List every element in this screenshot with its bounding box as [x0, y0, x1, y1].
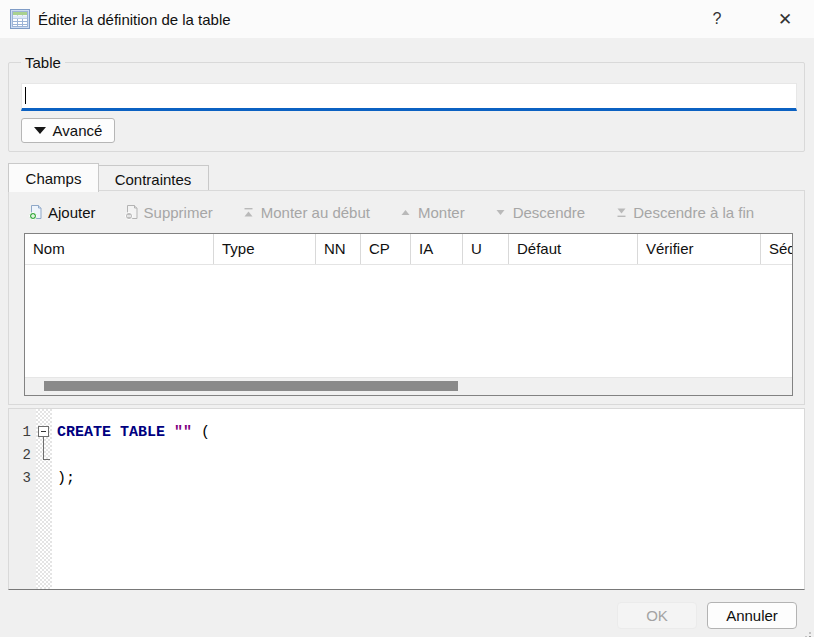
table-icon	[10, 9, 30, 29]
fields-tab-pane: AjouterSupprimerMonter au débutMonterDes…	[8, 190, 805, 405]
add-field-button[interactable]: Ajouter	[28, 204, 96, 221]
move-top-button: Monter au début	[241, 204, 370, 221]
move-bottom-label: Descendre à la fin	[633, 204, 754, 221]
advanced-button[interactable]: Avancé	[21, 118, 115, 143]
horizontal-scrollbar[interactable]	[25, 377, 792, 395]
close-button[interactable]: ✕	[764, 0, 806, 38]
move-down-label: Descendre	[513, 204, 586, 221]
sql-line-3: );	[57, 467, 804, 490]
fold-line-end	[43, 459, 50, 460]
help-button[interactable]: ?	[696, 0, 738, 38]
tab-constraints[interactable]: Contraintes	[97, 165, 209, 192]
text-caret	[25, 87, 26, 104]
sql-line-2	[57, 444, 804, 467]
table-name-input[interactable]	[21, 83, 797, 111]
sql-code: CREATE TABLE "" ();	[52, 409, 804, 589]
remove-field-button: Supprimer	[124, 204, 213, 221]
scrollbar-thumb[interactable]	[44, 381, 458, 391]
move-up-label: Monter	[418, 204, 465, 221]
column-header-nom[interactable]: Nom	[25, 234, 214, 264]
fold-margin	[36, 409, 52, 589]
column-header-u[interactable]: U	[463, 234, 509, 264]
table-groupbox: Table Avancé	[8, 62, 805, 152]
tab-fields-label: Champs	[26, 170, 82, 187]
tab-constraints-label: Contraintes	[115, 171, 192, 188]
sql-token: CREATE TABLE	[57, 424, 165, 441]
fields-body[interactable]	[25, 265, 792, 361]
fold-line	[43, 437, 44, 459]
resize-grip-icon[interactable]	[802, 625, 812, 635]
column-header-cp[interactable]: CP	[361, 234, 411, 264]
arrow-down-icon	[493, 204, 509, 220]
sql-token: );	[57, 470, 75, 487]
fields-toolbar: AjouterSupprimerMonter au débutMonterDes…	[9, 197, 804, 227]
column-header-défaut[interactable]: Défaut	[509, 234, 638, 264]
line-number-gutter: 123	[9, 409, 36, 589]
sql-token	[165, 424, 174, 441]
arrow-up-icon	[398, 204, 414, 220]
cancel-button[interactable]: Annuler	[707, 602, 797, 629]
arrow-top-icon	[241, 204, 257, 220]
move-top-label: Monter au début	[261, 204, 370, 221]
sql-preview-editor[interactable]: 123 CREATE TABLE "" ();	[8, 408, 805, 590]
line-number: 1	[9, 421, 36, 444]
doc-add-icon	[28, 204, 44, 220]
doc-remove-icon	[124, 204, 140, 220]
fields-header: NomTypeNNCPIAUDéfautVérifierSéqu	[25, 234, 792, 265]
table-group-label: Table	[21, 54, 65, 71]
add-field-label: Ajouter	[48, 204, 96, 221]
fields-listview: NomTypeNNCPIAUDéfautVérifierSéqu	[24, 233, 793, 396]
column-header-nn[interactable]: NN	[316, 234, 361, 264]
fold-collapse-icon[interactable]	[38, 426, 49, 437]
line-number: 2	[9, 444, 36, 467]
line-number: 3	[9, 467, 36, 490]
column-header-séqu[interactable]: Séqu	[761, 234, 792, 264]
advanced-button-label: Avancé	[53, 122, 103, 139]
titlebar: Éditer la définition de la table ? ✕	[0, 0, 814, 38]
column-header-vérifier[interactable]: Vérifier	[638, 234, 761, 264]
chevron-down-icon	[34, 127, 46, 134]
move-down-button: Descendre	[493, 204, 586, 221]
column-header-type[interactable]: Type	[214, 234, 316, 264]
move-bottom-button: Descendre à la fin	[613, 204, 754, 221]
tab-fields[interactable]: Champs	[8, 163, 99, 192]
dialog-title: Éditer la définition de la table	[38, 11, 231, 28]
edit-table-definition-dialog: Éditer la définition de la table ? ✕ Tab…	[0, 0, 814, 637]
sql-token: (	[192, 424, 210, 441]
remove-field-label: Supprimer	[144, 204, 213, 221]
move-up-button: Monter	[398, 204, 465, 221]
column-header-ia[interactable]: IA	[411, 234, 463, 264]
sql-token: ""	[174, 424, 192, 441]
ok-button: OK	[617, 602, 697, 629]
sql-line-1: CREATE TABLE "" (	[57, 421, 804, 444]
arrow-bottom-icon	[613, 204, 629, 220]
